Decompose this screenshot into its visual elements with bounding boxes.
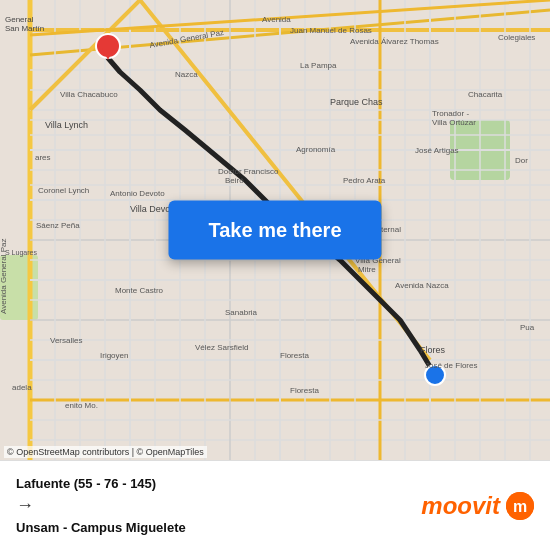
moovit-logo: moovit m [421, 492, 534, 520]
svg-text:Coronel Lynch: Coronel Lynch [38, 186, 89, 195]
svg-text:Villa Lynch: Villa Lynch [45, 120, 88, 130]
svg-text:San Martín: San Martín [5, 24, 44, 33]
moovit-icon: m [506, 492, 534, 520]
svg-text:Parque Chas: Parque Chas [330, 97, 383, 107]
route-from-name: Lafuente (55 - 76 - 145) [16, 476, 156, 491]
svg-text:Chacarita: Chacarita [468, 90, 503, 99]
route-to: Unsam - Campus Miguelete [16, 520, 186, 535]
route-from: Lafuente (55 - 76 - 145) [16, 476, 186, 491]
map-attribution: © OpenStreetMap contributors | © OpenMap… [4, 446, 207, 458]
map-container: General San Martín Villa Chacabuco Villa… [0, 0, 550, 460]
svg-text:Avenida Álvarez Thomas: Avenida Álvarez Thomas [350, 37, 439, 46]
svg-text:Juan Manuel de Rosas: Juan Manuel de Rosas [290, 26, 372, 35]
svg-text:Villa Chacabuco: Villa Chacabuco [60, 90, 118, 99]
svg-text:Sáenz Peña: Sáenz Peña [36, 221, 80, 230]
take-me-there-button[interactable]: Take me there [168, 201, 381, 260]
svg-text:m: m [513, 498, 527, 515]
svg-text:Pedro Arata: Pedro Arata [343, 176, 386, 185]
svg-text:Pua: Pua [520, 323, 535, 332]
svg-text:Avenida Nazca: Avenida Nazca [395, 281, 449, 290]
route-to-name: Unsam - Campus Miguelete [16, 520, 186, 535]
svg-text:Nazca: Nazca [175, 70, 198, 79]
svg-text:Flores: Flores [420, 345, 446, 355]
svg-text:Villa Ortúzar: Villa Ortúzar [432, 118, 476, 127]
svg-text:Agronomía: Agronomía [296, 145, 336, 154]
svg-text:Antonio Devoto: Antonio Devoto [110, 189, 165, 198]
svg-text:Avenida: Avenida [262, 15, 291, 24]
svg-text:adela: adela [12, 383, 32, 392]
svg-text:Floresta: Floresta [290, 386, 319, 395]
svg-text:Floresta: Floresta [280, 351, 309, 360]
svg-text:General: General [5, 15, 34, 24]
route-arrow: → [16, 495, 34, 516]
svg-text:Tronador -: Tronador - [432, 109, 469, 118]
svg-text:Sanabria: Sanabria [225, 308, 258, 317]
svg-text:José Artigas: José Artigas [415, 146, 459, 155]
svg-text:Avenida General Paz: Avenida General Paz [0, 239, 8, 314]
svg-text:ares: ares [35, 153, 51, 162]
svg-text:Doctor Francisco: Doctor Francisco [218, 167, 279, 176]
svg-text:enito Mo.: enito Mo. [65, 401, 98, 410]
svg-text:Versalles: Versalles [50, 336, 82, 345]
svg-text:Vélez Sarsfield: Vélez Sarsfield [195, 343, 248, 352]
moovit-text: moovit [421, 492, 500, 520]
route-info: Lafuente (55 - 76 - 145) → Unsam - Campu… [16, 476, 186, 535]
bottom-bar: Lafuente (55 - 76 - 145) → Unsam - Campu… [0, 460, 550, 550]
svg-text:Dor: Dor [515, 156, 528, 165]
svg-text:Colegiales: Colegiales [498, 33, 535, 42]
svg-text:La Pampa: La Pampa [300, 61, 337, 70]
svg-text:Mitre: Mitre [358, 265, 376, 274]
svg-text:Monte Castro: Monte Castro [115, 286, 164, 295]
svg-text:S Lugares: S Lugares [5, 249, 37, 257]
svg-text:José de Flores: José de Flores [425, 361, 477, 370]
svg-text:Beiró: Beiró [225, 176, 244, 185]
svg-text:Irigoyen: Irigoyen [100, 351, 128, 360]
